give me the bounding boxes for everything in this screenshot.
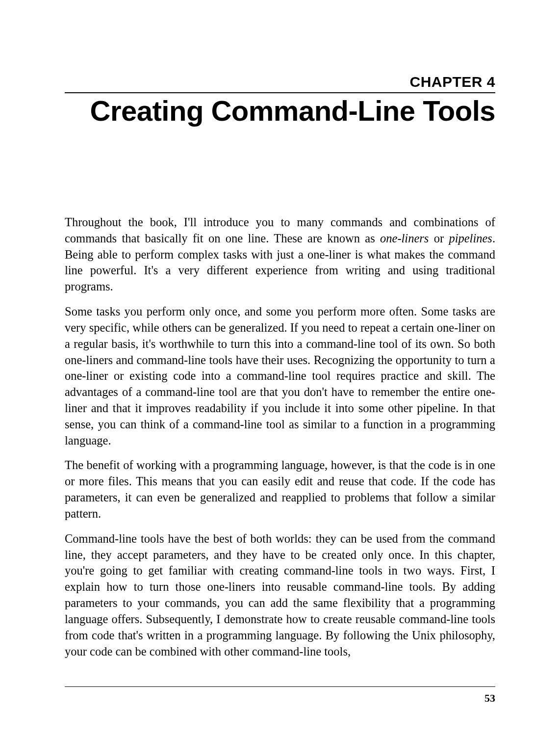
chapter-title: Creating Command-Line Tools <box>65 96 495 126</box>
text-run: or <box>429 232 449 245</box>
paragraph: The benefit of working with a programmin… <box>65 457 495 522</box>
page-footer: 53 <box>65 686 495 705</box>
emphasis: pipelines <box>449 232 492 245</box>
chapter-label: CHAPTER 4 <box>65 74 495 92</box>
footer-rule <box>65 686 495 687</box>
title-rule <box>65 92 495 93</box>
body-text: Throughout the book, I'll introduce you … <box>65 214 495 660</box>
book-page: CHAPTER 4 Creating Command-Line Tools Th… <box>0 0 560 736</box>
paragraph: Some tasks you perform only once, and so… <box>65 304 495 448</box>
paragraph: Command-line tools have the best of both… <box>65 531 495 660</box>
emphasis: one-liners <box>380 232 429 245</box>
page-number: 53 <box>65 692 495 705</box>
paragraph: Throughout the book, I'll introduce you … <box>65 214 495 295</box>
